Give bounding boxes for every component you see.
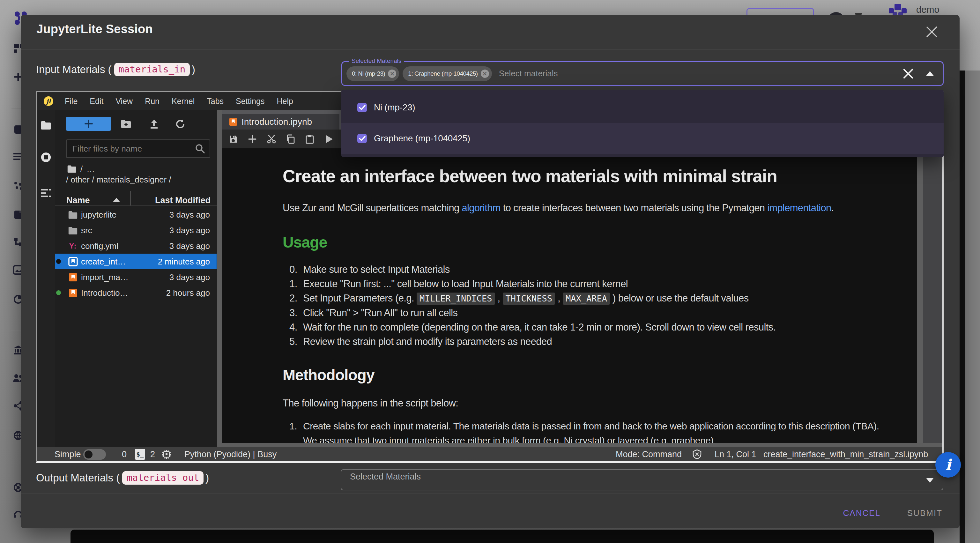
markdown-link[interactable]: implementation [767, 202, 831, 213]
breadcrumb: / … [67, 163, 95, 174]
info-button[interactable]: i [935, 452, 961, 478]
menu-settings[interactable]: Settings [230, 92, 270, 110]
statusbar-filename: create_interface_with_min_strain_zsl.ipy… [764, 447, 928, 461]
file-browser: / … / other / materials_designer / Name … [55, 110, 217, 447]
header-underline [55, 205, 217, 206]
file-row[interactable]: src 3 days ago [55, 222, 216, 238]
file-browser-tab-icon[interactable] [40, 119, 51, 131]
output-materials-select[interactable]: Selected Materials [341, 469, 943, 490]
methodology-intro: The following happens in the script belo… [283, 396, 914, 410]
breadcrumb-path[interactable]: / other / materials_designer / [66, 175, 171, 185]
kernel-status[interactable]: Python (Pyodide) | Busy [185, 447, 277, 461]
menu-kernel[interactable]: Kernel [165, 92, 200, 110]
brand-name: demo [916, 5, 940, 15]
notebook-tab-icon [229, 118, 238, 126]
jupyter-dock: / … / other / materials_designer / Name … [37, 110, 942, 447]
markdown-link[interactable]: algorithm [462, 202, 501, 213]
run-icon[interactable] [324, 134, 334, 144]
notebook-content: Create an interface between two material… [222, 148, 917, 443]
submit-button[interactable]: SUBMIT [902, 503, 948, 522]
home-folder-icon[interactable] [67, 165, 76, 173]
notebook-scrollbar[interactable] [917, 148, 923, 443]
file-row-selected[interactable]: create_int… 2 minutes ago [55, 254, 216, 269]
material-option[interactable]: Ni (mp-23) [341, 92, 943, 123]
notebook-file-icon [68, 272, 78, 282]
menu-tabs[interactable]: Tabs [200, 92, 230, 110]
file-row[interactable]: import_ma… 3 days ago [55, 269, 216, 285]
trust-shield-icon[interactable] [692, 447, 702, 461]
selected-materials-field[interactable]: Selected Materials 0: Ni (mp-23) ✕ 1: Gr… [341, 61, 943, 86]
methodology-heading: Methodology [283, 366, 914, 384]
tab-introduction-ipynb[interactable]: Introduction.ipynb [222, 114, 339, 129]
breadcrumb-root[interactable]: / [80, 164, 83, 174]
chip-remove-icon[interactable]: ✕ [481, 70, 489, 78]
table-of-contents-tab-icon[interactable] [40, 188, 51, 199]
file-list-header: Name Last Modified [55, 195, 217, 206]
close-icon[interactable] [924, 24, 940, 40]
usage-heading: Usage [283, 233, 914, 252]
folder-icon [68, 210, 78, 220]
header-minus-icon [855, 13, 862, 15]
select-materials-placeholder[interactable]: Select materials [499, 68, 558, 78]
material-chip[interactable]: 1: Graphene (mp-1040425) ✕ [402, 66, 492, 81]
column-name[interactable]: Name [66, 196, 90, 205]
file-row[interactable]: jupyterlite 3 days ago [55, 207, 216, 222]
column-last-modified[interactable]: Last Modified [155, 196, 210, 205]
save-icon[interactable] [228, 134, 238, 144]
usage-list: 0.Make sure to select Input Materials 1.… [283, 262, 914, 349]
terminal-icon[interactable]: $_ [135, 449, 145, 460]
menu-edit[interactable]: Edit [84, 92, 110, 110]
materials-in-code: materials_in [114, 63, 190, 76]
refresh-icon[interactable] [175, 119, 186, 130]
new-folder-icon[interactable] [121, 119, 131, 130]
notebook-file-icon [68, 256, 78, 266]
sort-ascending-icon[interactable] [113, 198, 120, 202]
add-cell-icon[interactable] [247, 134, 257, 144]
actions-divider [21, 494, 959, 494]
paste-icon[interactable] [305, 134, 315, 144]
methodology-list: 1. Create slabs for each input material.… [283, 419, 914, 443]
upload-icon[interactable] [149, 119, 160, 130]
file-row[interactable]: Introductio… 2 hours ago [55, 285, 216, 301]
mode-indicator[interactable]: Mode: Command [616, 447, 682, 461]
left-sidebar-strip [37, 110, 55, 447]
yaml-file-icon: Y: [68, 241, 78, 251]
simple-mode-toggle[interactable] [83, 449, 106, 460]
panel-splitter[interactable] [217, 110, 222, 447]
checkbox-checked-icon[interactable] [357, 134, 367, 143]
clear-selection-icon[interactable] [902, 67, 915, 80]
filter-files-input[interactable] [66, 139, 210, 158]
menu-run[interactable]: Run [139, 92, 165, 110]
kernels-count[interactable]: 2 [150, 447, 155, 461]
menu-file[interactable]: File [59, 92, 84, 110]
material-option[interactable]: Graphene (mp-1040425) [341, 123, 943, 154]
material-chip[interactable]: 0: Ni (mp-23) ✕ [347, 66, 399, 81]
file-row[interactable]: Y: config.yml 3 days ago [55, 238, 216, 254]
running-kernels-tab-icon[interactable] [40, 152, 51, 163]
chip-remove-icon[interactable]: ✕ [388, 70, 396, 78]
menu-view[interactable]: View [110, 92, 139, 110]
output-materials-label: Output Materials (materials_out) [36, 471, 209, 485]
notebook-title: Create an interface between two material… [283, 166, 914, 186]
kernel-chip-icon[interactable] [162, 447, 171, 461]
running-dot [56, 290, 61, 295]
app-viewport-bottom [70, 530, 934, 543]
copy-icon[interactable] [285, 134, 295, 144]
cut-icon[interactable] [266, 134, 276, 144]
app-right-panel [965, 70, 980, 543]
materials-dropdown-menu: Ni (mp-23) Graphene (mp-1040425) [341, 90, 943, 157]
jupyterlite-session-dialog: JupyterLite Session Input Materials (mat… [21, 15, 959, 528]
new-launcher-button[interactable] [66, 117, 111, 131]
cursor-position[interactable]: Ln 1, Col 1 [714, 447, 756, 461]
terminals-count[interactable]: 0 [122, 447, 127, 461]
cancel-button[interactable]: CANCEL [837, 503, 886, 522]
menu-help[interactable]: Help [270, 92, 299, 110]
breadcrumb-ellipsis[interactable]: … [86, 164, 95, 174]
app-header: demo [743, 0, 980, 15]
collapse-dropdown-icon[interactable] [924, 70, 935, 78]
app-sidebar [0, 0, 21, 543]
checkbox-checked-icon[interactable] [357, 103, 367, 112]
filter-files-input-field[interactable] [72, 144, 195, 154]
notebook-panel: Introduction.ipynb [222, 110, 942, 443]
search-icon [195, 143, 205, 154]
